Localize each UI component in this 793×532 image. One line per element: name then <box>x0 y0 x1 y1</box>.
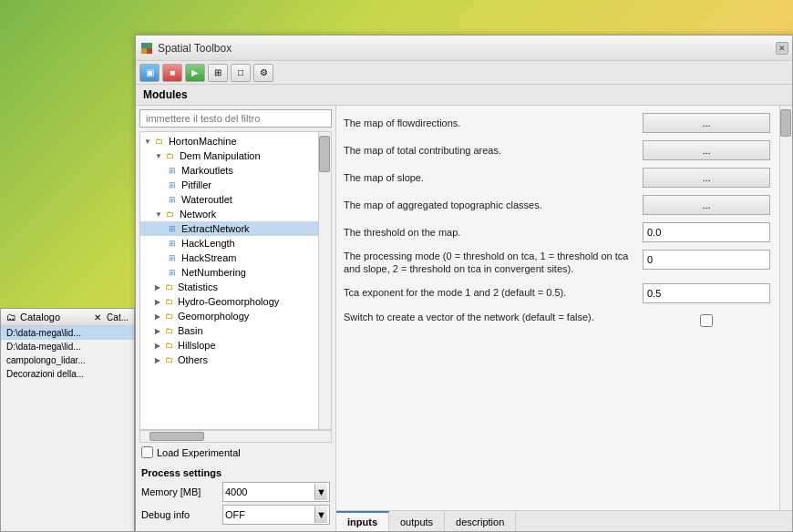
tree-item-markoutlets[interactable]: ⊞ Markoutlets <box>140 163 318 178</box>
tab-description[interactable]: description <box>445 511 516 531</box>
tree-item-netnumbering[interactable]: ⊞ NetNumbering <box>140 265 318 280</box>
param-label-flowdir: The map of flowdirections. <box>344 117 643 129</box>
svg-rect-2 <box>147 43 152 48</box>
param-input-threshold[interactable] <box>643 222 770 242</box>
tree-item-pitfiller[interactable]: ⊞ Pitfiller <box>140 178 318 192</box>
param-input-procmode[interactable] <box>643 250 770 270</box>
param-label-threshold: The threshold on the map. <box>344 226 643 239</box>
debug-label: Debug info <box>141 509 219 520</box>
param-row-flowdir: The map of flowdirections. ... <box>344 113 785 133</box>
tree-label: Hillslope <box>178 340 216 351</box>
tree-item-statistics[interactable]: ▶ 🗀 Statistics <box>140 280 318 294</box>
tree-label: Others <box>178 354 208 365</box>
tree-item-basin[interactable]: ▶ 🗀 Basin <box>140 323 318 338</box>
param-row-procmode: The processing mode (0 = threshold on tc… <box>344 250 785 276</box>
toolbar-blue-button[interactable]: ▣ <box>139 64 160 82</box>
catalog-item[interactable]: D:\data-mega\lid... <box>1 340 134 353</box>
expand-icon: ▼ <box>155 210 162 219</box>
toolbar-gear-button[interactable]: ⚙ <box>253 64 273 82</box>
tree-label: Statistics <box>178 281 218 292</box>
tree-label: NetNumbering <box>181 267 246 278</box>
tab-outputs[interactable]: outputs <box>389 511 445 531</box>
load-experimental-checkbox[interactable] <box>141 446 153 458</box>
catalog-item[interactable]: campolongo_lidar... <box>1 353 134 367</box>
tree-label: Hydro-Geomorphology <box>178 296 279 307</box>
expand-icon: ▼ <box>155 152 162 160</box>
main-window: Spatial Toolbox ✕ ▣ ■ ▶ ⊞ □ ⚙ Modules ▼ … <box>135 35 793 532</box>
tree-item-network[interactable]: ▼ 🗀 Network <box>140 207 318 221</box>
tree-scroll-thumb[interactable] <box>319 136 330 172</box>
tree-label: Basin <box>178 325 203 336</box>
tree-item-hydrogeo[interactable]: ▶ 🗀 Hydro-Geomorphology <box>140 294 318 309</box>
filter-input[interactable] <box>139 109 332 128</box>
toolbar-grid-button[interactable]: ⊞ <box>208 64 228 82</box>
folder-icon: 🗀 <box>164 208 177 220</box>
tree-label: ExtractNetwork <box>181 223 250 234</box>
item-icon: ⊞ <box>166 222 179 235</box>
folder-icon: 🗀 <box>162 324 175 337</box>
catalog-title-text: Catalogo <box>20 312 60 322</box>
tree-item-wateroutlet[interactable]: ⊞ Wateroutlet <box>140 192 318 207</box>
tree-vertical-scrollbar[interactable] <box>318 132 331 429</box>
tree-hscroll-thumb[interactable] <box>149 432 204 441</box>
tree-label: HackLength <box>181 238 235 249</box>
folder-icon: 🗀 <box>162 295 175 308</box>
param-btn-totalarea[interactable]: ... <box>643 140 770 160</box>
debug-arrow: ▼ <box>314 506 327 523</box>
tree-item-dem[interactable]: ▼ 🗀 Dem Manipulation <box>140 148 318 163</box>
params-scroll-thumb[interactable] <box>780 109 791 137</box>
tree-item-extractnetwork[interactable]: ⊞ ExtractNetwork <box>140 221 318 236</box>
tree-label: Wateroutlet <box>181 194 232 205</box>
param-btn-flowdir[interactable]: ... <box>643 113 770 133</box>
left-panel: ▼ 🗀 HortonMachine ▼ 🗀 Dem Manipulation ⊞… <box>136 106 336 531</box>
expand-icon: ▶ <box>155 342 160 350</box>
expand-icon: ▶ <box>155 327 160 335</box>
memory-select[interactable]: 4000 ▼ <box>222 482 330 502</box>
tree-item-others[interactable]: ▶ 🗀 Others <box>140 353 318 367</box>
debug-value: OFF <box>225 509 245 520</box>
param-row-topographic: The map of aggregated topographic classe… <box>344 195 785 215</box>
debug-select[interactable]: OFF ▼ <box>222 505 330 525</box>
window-icon <box>139 41 154 56</box>
params-vertical-scrollbar[interactable] <box>779 106 792 510</box>
item-icon: ⊞ <box>166 179 179 191</box>
param-input-tcaexp[interactable] <box>643 283 770 303</box>
param-row-slope: The map of slope. ... <box>344 168 785 188</box>
param-label-procmode: The processing mode (0 = threshold on tc… <box>344 250 643 276</box>
expand-icon: ▶ <box>155 312 160 321</box>
param-label-totalarea: The map of total contributing areas. <box>344 144 643 157</box>
toolbar-square-button[interactable]: □ <box>231 64 251 82</box>
tab-inputs[interactable]: inputs <box>336 511 389 531</box>
catalog-close[interactable]: ✕ <box>94 312 101 322</box>
tree-content: ▼ 🗀 HortonMachine ▼ 🗀 Dem Manipulation ⊞… <box>140 132 318 369</box>
modules-header: Modules <box>136 85 792 106</box>
catalog-item[interactable]: Decorazioni della... <box>1 367 134 381</box>
tabs-bar: inputs outputs description <box>336 510 792 531</box>
load-experimental-row: Load Experimental <box>136 443 335 460</box>
tree-item-horton[interactable]: ▼ 🗀 HortonMachine <box>140 134 318 148</box>
param-checkbox-vector[interactable] <box>700 314 713 327</box>
main-split: ▼ 🗀 HortonMachine ▼ 🗀 Dem Manipulation ⊞… <box>136 106 792 531</box>
param-row-tcaexp: Tca exponent for the mode 1 and 2 (defau… <box>344 283 785 303</box>
expand-icon: ▶ <box>155 298 160 306</box>
tree-item-geomorphology[interactable]: ▶ 🗀 Geomorphology <box>140 309 318 323</box>
memory-label: Memory [MB] <box>141 486 219 497</box>
tree-item-hackstream[interactable]: ⊞ HackStream <box>140 251 318 265</box>
toolbar-red-button[interactable]: ■ <box>162 64 182 82</box>
expand-icon: ▼ <box>144 138 151 146</box>
item-icon: ⊞ <box>166 193 179 206</box>
tree-horizontal-scrollbar[interactable] <box>139 430 332 443</box>
toolbar-green-button[interactable]: ▶ <box>185 64 205 82</box>
param-row-vector: Switch to create a vector of the network… <box>344 311 785 331</box>
item-icon: ⊞ <box>166 251 179 264</box>
tree-item-hillslope[interactable]: ▶ 🗀 Hillslope <box>140 338 318 353</box>
catalog-item[interactable]: D:\data-mega\lid... <box>1 326 134 340</box>
tree-container: ▼ 🗀 HortonMachine ▼ 🗀 Dem Manipulation ⊞… <box>139 131 332 430</box>
catalog-tab-alt[interactable]: Cat... <box>107 312 129 322</box>
window-close-button[interactable]: ✕ <box>776 42 788 55</box>
tree-item-hacklength[interactable]: ⊞ HackLength <box>140 236 318 251</box>
folder-icon: 🗀 <box>153 135 166 148</box>
param-btn-slope[interactable]: ... <box>643 168 770 188</box>
catalog-panel: 🗂 Catalogo ✕ Cat... D:\data-mega\lid... … <box>0 308 135 532</box>
param-btn-topographic[interactable]: ... <box>643 195 770 215</box>
